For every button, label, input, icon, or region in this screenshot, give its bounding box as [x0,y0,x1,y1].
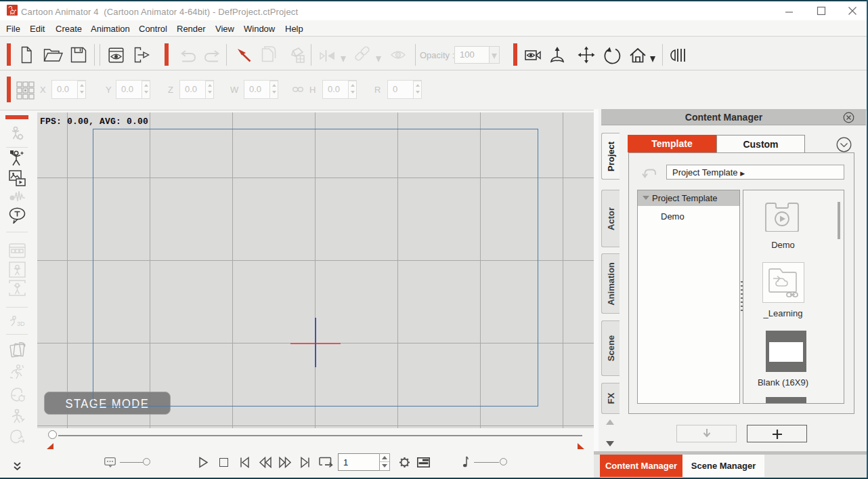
svg-text:3D: 3D [17,320,25,327]
